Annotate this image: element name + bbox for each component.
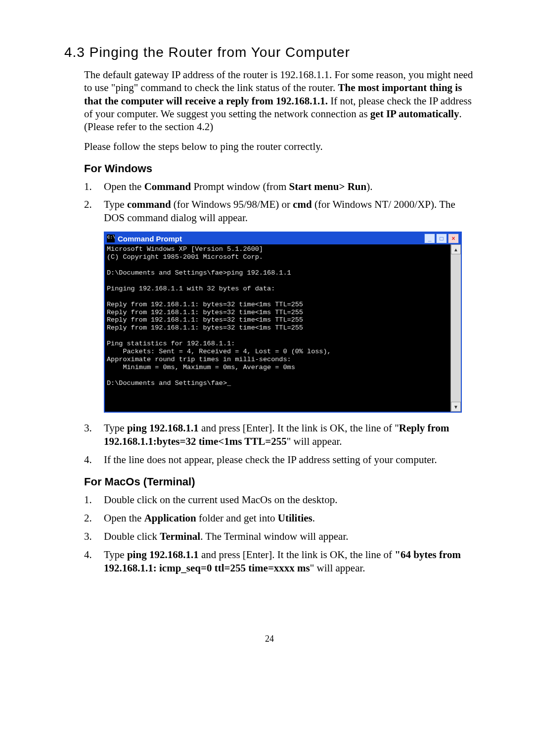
macos-subhead: For MacOs (Terminal)	[84, 475, 475, 488]
list-item: 1. Double click on the current used MacO…	[84, 493, 475, 507]
close-button[interactable]: ×	[448, 234, 459, 243]
list-text: Double click on the current used MacOs o…	[104, 493, 475, 507]
list-item: 2. Type command (for Windows 95/98/ME) o…	[84, 198, 475, 225]
windows-list-after: 3. Type ping 192.168.1.1 and press [Ente…	[84, 422, 475, 467]
cmd-title: Command Prompt	[118, 235, 424, 243]
list-number: 4.	[84, 548, 104, 575]
text-run-bold: Application	[144, 512, 196, 524]
text-run-bold: Terminal	[160, 530, 200, 542]
list-text: Type ping 192.168.1.1 and press [Enter].…	[104, 548, 475, 575]
list-text: Open the Application folder and get into…	[104, 512, 475, 525]
text-run: ).	[366, 181, 372, 192]
windows-list: 1. Open the Command Prompt window (from …	[84, 180, 475, 225]
list-number: 2.	[84, 512, 104, 525]
command-prompt-window: Command Prompt _ □ × Microsoft Windows X…	[104, 232, 462, 413]
text-run-bold: ping 192.168.1.1	[127, 422, 199, 434]
cmd-client-area: Microsoft Windows XP [Version 5.1.2600] …	[105, 244, 461, 412]
list-text: Double click Terminal. The Terminal wind…	[104, 530, 475, 543]
macos-list: 1. Double click on the current used MacO…	[84, 493, 475, 574]
list-number: 1.	[84, 493, 104, 507]
text-run: and press [Enter]. It the link is OK, th…	[199, 422, 399, 434]
text-run: Open the	[104, 181, 144, 192]
section-heading: 4.3 Pinging the Router from Your Compute…	[64, 45, 475, 60]
scroll-down-button[interactable]: ▼	[451, 402, 461, 412]
page-content: 4.3 Pinging the Router from Your Compute…	[0, 0, 534, 674]
list-item: 1. Open the Command Prompt window (from …	[84, 180, 475, 193]
scroll-up-button[interactable]: ▲	[451, 244, 461, 254]
section-number: 4.3	[64, 45, 85, 60]
list-text: If the line does not appear, please chec…	[104, 453, 475, 467]
text-run: .	[312, 512, 315, 524]
text-run-bold: command	[127, 198, 171, 210]
list-item: 2. Open the Application folder and get i…	[84, 512, 475, 525]
cmd-output: Microsoft Windows XP [Version 5.1.2600] …	[105, 244, 450, 412]
window-controls: _ □ ×	[424, 234, 459, 243]
page-number: 24	[64, 634, 475, 644]
section-body: The default gateway IP address of the ro…	[84, 68, 475, 574]
text-run: " will appear.	[310, 562, 365, 574]
list-text: Open the Command Prompt window (from Sta…	[104, 180, 475, 193]
list-number: 2.	[84, 198, 104, 225]
list-text: Type command (for Windows 95/98/ME) or c…	[104, 198, 475, 225]
windows-subhead: For Windows	[84, 162, 475, 175]
cmd-titlebar: Command Prompt _ □ ×	[105, 233, 461, 244]
text-run: Open the	[104, 512, 144, 524]
text-run: Type	[104, 549, 127, 561]
list-item: 3. Double click Terminal. The Terminal w…	[84, 530, 475, 543]
list-number: 3.	[84, 530, 104, 543]
text-run: Double click	[104, 530, 160, 542]
list-text: Type ping 192.168.1.1 and press [Enter].…	[104, 422, 475, 448]
text-run: folder and get into	[196, 512, 278, 524]
text-run-bold: get IP automatically	[370, 108, 459, 120]
list-item: 3. Type ping 192.168.1.1 and press [Ente…	[84, 422, 475, 448]
cmd-app-icon	[107, 235, 115, 242]
text-run: . The Terminal window will appear.	[200, 530, 348, 542]
scrollbar[interactable]: ▲ ▼	[450, 244, 461, 412]
list-number: 3.	[84, 422, 104, 448]
scroll-track[interactable]	[451, 254, 461, 402]
list-item: 4. If the line does not appear, please c…	[84, 453, 475, 467]
text-run: Type	[104, 198, 127, 210]
text-run: and press [Enter]. It the link is OK, th…	[199, 549, 395, 561]
text-run: Prompt window (from	[191, 181, 289, 192]
list-number: 4.	[84, 453, 104, 467]
maximize-button[interactable]: □	[436, 234, 447, 243]
text-run: Type	[104, 422, 127, 434]
section-title-text: Pinging the Router from Your Computer	[89, 45, 350, 60]
text-run-bold: Command	[144, 181, 191, 192]
text-run-bold: cmd	[293, 198, 312, 210]
intro-paragraph-1: The default gateway IP address of the ro…	[84, 68, 475, 133]
text-run: (for Windows 95/98/ME) or	[171, 198, 293, 210]
list-number: 1.	[84, 180, 104, 193]
text-run-bold: Utilities	[278, 512, 312, 524]
minimize-button[interactable]: _	[424, 234, 435, 243]
list-item: 4. Type ping 192.168.1.1 and press [Ente…	[84, 548, 475, 575]
text-run-bold: Start menu> Run	[289, 181, 367, 192]
text-run: " will appear.	[287, 435, 342, 447]
intro-paragraph-2: Please follow the steps below to ping th…	[84, 140, 475, 153]
text-run-bold: ping 192.168.1.1	[127, 549, 199, 561]
